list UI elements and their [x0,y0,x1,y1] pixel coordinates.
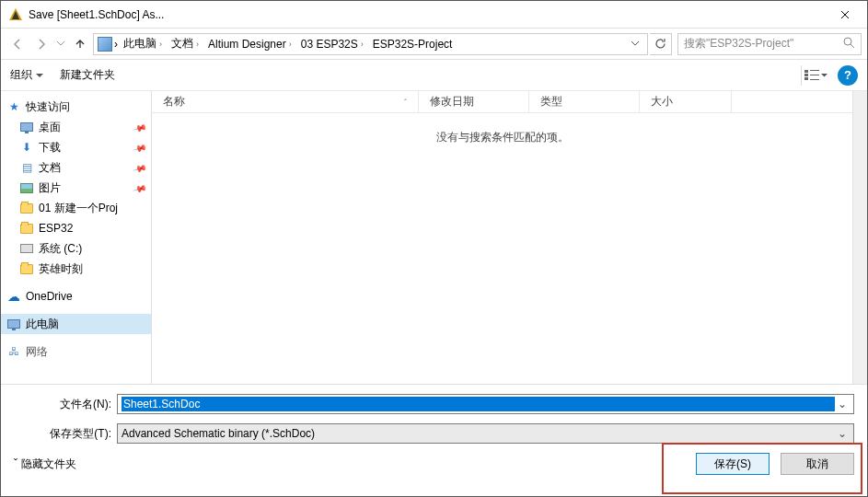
breadcrumb[interactable]: Altium Designer› [204,36,295,52]
folder-icon [19,201,34,215]
close-button[interactable] [824,2,865,28]
help-button[interactable]: ? [838,65,858,86]
organize-menu[interactable]: 组织 [10,67,43,83]
empty-message: 没有与搜索条件匹配的项。 [152,113,852,384]
filename-input[interactable]: Sheet1.SchDoc ⌄ [117,394,854,414]
nav-back-button[interactable] [6,33,29,55]
sidebar-drive-c[interactable]: 系统 (C:) [1,238,151,259]
sidebar-desktop[interactable]: 桌面📌 [1,117,151,137]
pin-icon: 📌 [133,140,147,155]
chevron-down-icon[interactable]: ⌄ [835,398,850,410]
nav-forward-button[interactable] [30,33,52,55]
chevron-down-icon[interactable]: ⌄ [835,427,850,440]
chevron-right-icon: › [114,38,118,51]
app-icon [8,7,23,22]
new-folder-button[interactable]: 新建文件夹 [60,67,115,83]
hide-folders-toggle[interactable]: ˇ 隐藏文件夹 [14,457,76,472]
search-placeholder: 搜索"ESP32S-Project" [684,36,793,52]
pin-icon: 📌 [133,180,147,195]
refresh-button[interactable] [650,33,672,55]
chevron-down-icon: ˇ [14,457,17,470]
search-input[interactable]: 搜索"ESP32S-Project" [677,33,862,55]
breadcrumb[interactable]: 此电脑› [120,34,166,53]
svg-rect-5 [804,74,808,76]
save-button[interactable]: 保存(S) [696,453,770,475]
sidebar-documents[interactable]: ▤ 文档📌 [1,157,151,178]
sidebar-folder-proj[interactable]: 01 新建一个Proj [1,198,151,218]
sidebar-pictures[interactable]: 图片📌 [1,178,151,198]
col-size[interactable]: 大小 [640,91,732,112]
download-icon: ⬇ [19,140,34,155]
col-modified[interactable]: 修改日期 [419,91,529,112]
col-type[interactable]: 类型 [529,91,640,112]
cancel-button[interactable]: 取消 [781,453,854,475]
folder-icon [19,261,34,276]
disk-icon [19,241,34,256]
pin-icon: 📌 [133,120,147,134]
desktop-icon [19,120,34,134]
pc-icon [6,317,21,331]
document-icon: ▤ [19,160,34,175]
folder-icon [19,221,34,236]
breadcrumb[interactable]: 03 ESP32S› [297,36,367,52]
address-dropdown[interactable] [627,41,643,46]
sidebar: ★ 快速访问 桌面📌 ⬇ 下载📌 ▤ 文档📌 图片📌 01 新建一个Proj E… [1,91,152,384]
window-title: Save [Sheet1.SchDoc] As... [29,8,824,21]
svg-rect-8 [810,79,819,80]
svg-rect-7 [804,77,808,80]
svg-rect-4 [810,70,819,71]
svg-rect-3 [804,70,808,73]
sidebar-this-pc[interactable]: 此电脑 [1,314,151,334]
scrollbar[interactable] [852,91,867,384]
sidebar-network[interactable]: 🖧 网络 [1,341,151,362]
nav-up-button[interactable] [69,33,91,55]
svg-point-2 [844,38,851,45]
sidebar-downloads[interactable]: ⬇ 下载📌 [1,137,151,157]
sort-indicator: ˆ [404,98,407,107]
filename-label: 文件名(N): [14,397,117,412]
network-icon: 🖧 [6,344,21,359]
cloud-icon: ☁ [6,289,21,304]
sidebar-folder-hero[interactable]: 英雄时刻 [1,259,151,279]
filetype-select[interactable]: Advanced Schematic binary (*.SchDoc) ⌄ [117,423,854,444]
sidebar-folder-esp32[interactable]: ESP32 [1,218,151,238]
pin-icon: 📌 [133,160,147,175]
column-headers: 名称 ˆ 修改日期 类型 大小 [152,91,852,113]
nav-recent-dropdown[interactable] [54,33,67,55]
star-icon: ★ [6,99,21,114]
view-options-button[interactable] [801,65,830,86]
breadcrumb[interactable]: 文档› [168,34,203,53]
filetype-label: 保存类型(T): [14,426,117,442]
svg-rect-6 [810,75,819,75]
sidebar-onedrive[interactable]: ☁ OneDrive [1,286,151,306]
breadcrumb[interactable]: ESP32S-Project [369,36,457,52]
search-icon [843,37,855,52]
pc-icon [98,37,112,52]
col-name[interactable]: 名称 ˆ [152,91,419,112]
address-bar[interactable]: › 此电脑› 文档› Altium Designer› 03 ESP32S› E… [93,33,648,55]
picture-icon [19,180,34,195]
sidebar-quick-access[interactable]: ★ 快速访问 [1,97,151,117]
